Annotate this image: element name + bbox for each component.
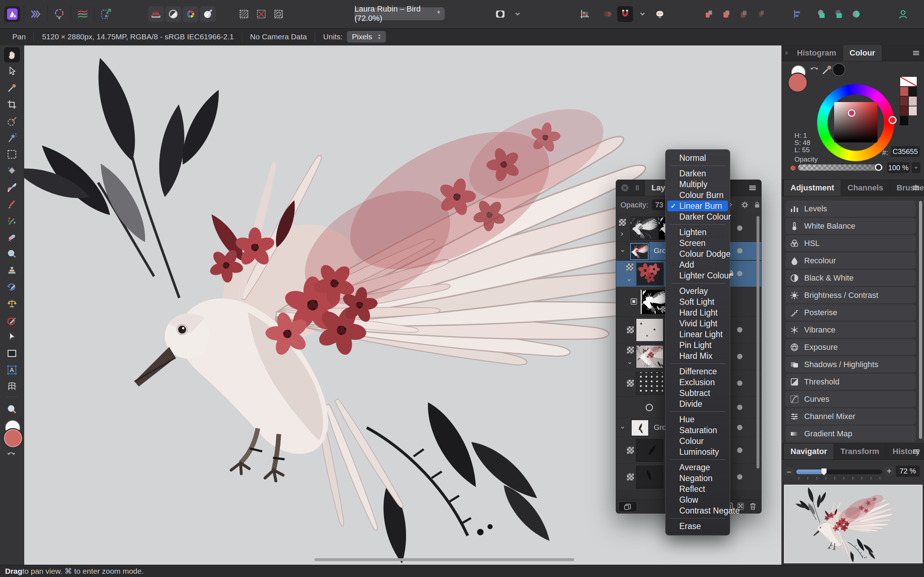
auto-colour-button[interactable] [183,6,199,22]
layer-thumbnail-bird[interactable] [630,243,649,260]
pixel-grid-button[interactable] [577,6,593,22]
layer-thumbnail-flowers[interactable] [636,262,664,286]
mesh-warp-tool[interactable] [4,379,20,394]
zoom-out-button[interactable]: – [785,467,793,476]
visibility-dot[interactable] [737,448,743,453]
blend-mode-pin-light[interactable]: Pin Light [667,340,728,351]
fill-colour-well[interactable] [788,73,808,93]
liquify-persona-button[interactable] [28,6,44,22]
visibility-dot[interactable] [737,248,743,253]
adjustment-curves[interactable]: Curves [785,391,916,407]
panel-menu-icon[interactable] [911,447,921,456]
deselect-button[interactable] [254,6,269,22]
insert-target-button[interactable] [600,6,616,22]
adjustment-gradient-map[interactable]: Gradient Map [785,425,916,442]
move-forward-button[interactable] [718,6,734,22]
visibility-dot[interactable] [737,380,743,386]
panel-grip-icon[interactable] [632,183,642,193]
snapping-magnet-button[interactable] [617,6,633,22]
zoom-in-button[interactable]: + [885,467,894,475]
blend-mode-vivid-light[interactable]: Vivid Light [667,318,728,329]
navigator-thumbnail[interactable] [784,485,922,563]
blend-mode-darker-colour[interactable]: Darker Colour [667,211,728,222]
units-select[interactable]: Pixels [347,31,386,43]
tab-histogram[interactable]: Histogram [790,45,843,61]
adjustment-black-white[interactable]: Black & White [785,270,916,286]
blend-mode-overlay[interactable]: Overlay [667,285,728,297]
paint-brush-tool[interactable] [4,197,20,212]
swatch-maroon[interactable] [900,106,908,116]
collapse-icon[interactable] [626,359,633,367]
blend-mode-average[interactable]: Average [667,462,728,473]
picker-icon[interactable] [821,64,833,76]
marquee-tool[interactable] [4,147,20,162]
delete-layer-icon[interactable] [748,501,758,511]
tab-colour[interactable]: Colour [843,45,882,61]
swatch-black2[interactable] [900,116,908,126]
swap-colours-icon[interactable] [6,450,16,460]
swatch-red[interactable] [900,87,908,96]
blend-mode-divide[interactable]: Divide [667,398,728,409]
gradient-tool[interactable] [4,180,20,195]
blend-mode-hard-light[interactable]: Hard Light [667,307,728,318]
move-to-back-button[interactable] [753,6,769,22]
tab-transform[interactable]: Transform [834,443,886,459]
picked-colour-swatch[interactable] [832,63,845,76]
panel-menu-icon[interactable] [911,183,921,193]
crop-tool[interactable] [4,97,20,112]
visibility-dot[interactable] [737,327,743,332]
adjustment-posterise[interactable]: Posterise [785,305,916,321]
layer-thumbnail-white-bird[interactable] [636,345,663,368]
visibility-dot[interactable] [737,271,743,276]
blend-mode-contrast-negate[interactable]: Contrast Negate [667,505,728,516]
blend-mode-add[interactable]: Add [667,259,728,270]
blend-mode-reflect[interactable]: Reflect [667,484,728,495]
zoom-percent[interactable]: 72 % [896,466,920,477]
flood-select-tool[interactable] [4,130,20,145]
document-title-dropdown[interactable]: Laura Rubin – Bird (72.0%) * [354,7,445,20]
adjustment-white-balance[interactable]: White Balance [785,218,916,234]
clone-brush-tool[interactable] [4,263,20,278]
mask-toggle-button[interactable] [492,6,508,22]
visibility-dot[interactable] [737,226,743,231]
auto-levels-button[interactable] [148,6,164,22]
hex-input[interactable]: C35655 [891,146,920,157]
blend-mode-negation[interactable]: Negation [667,473,728,484]
visibility-dot[interactable] [737,474,743,480]
close-icon[interactable] [620,183,630,193]
layer-thumbnail-dot-grid[interactable] [636,372,663,395]
lock-icon[interactable] [753,200,761,209]
gear-icon[interactable] [740,200,749,210]
blend-mode-soft-light[interactable]: Soft Light [667,297,728,307]
layer-thumbnail-dark-leaf[interactable] [636,439,663,462]
flood-fill-tool[interactable] [4,163,20,179]
erase-brush-tool[interactable] [4,230,20,245]
adjustment-threshold[interactable]: Threshold [785,374,916,390]
collapse-icon[interactable] [619,424,626,431]
swatch-black[interactable] [908,87,917,96]
boolean-intersect-button[interactable] [848,6,864,22]
opacity-knob[interactable] [875,164,882,171]
expand-icon[interactable] [618,230,625,238]
adjustment-levels[interactable]: Levels [785,200,916,217]
blend-mode-hue[interactable]: Hue [667,414,728,425]
invert-selection-button[interactable] [271,6,287,22]
node-tool[interactable] [4,329,20,344]
canvas-horizontal-scrollbar[interactable] [314,558,574,561]
account-button[interactable] [895,6,911,22]
swatch-lightpink[interactable] [908,106,917,116]
assistant-button[interactable] [652,6,668,22]
blend-mode-screen[interactable]: Screen [667,238,728,248]
zoom-tool[interactable] [4,402,20,417]
adjustment-shadows-highlights[interactable]: Shadows / Highlights [785,356,916,372]
undo-brush-tool[interactable] [4,279,20,295]
layer-thumbnail-leaves-white[interactable] [631,420,649,436]
layer-thumbnail-dark-leaf[interactable] [636,466,663,488]
boolean-add-button[interactable] [814,6,829,22]
selection-brush-tool[interactable] [4,114,20,129]
text-tool[interactable]: A [4,363,20,377]
adjustment-channel-mixer[interactable]: Channel Mixer [785,408,916,424]
adjustment-brightness-contrast[interactable]: Brightness / Contrast [785,287,916,303]
colour-replacement-brush-tool[interactable] [4,213,20,228]
auto-white-balance-button[interactable] [200,6,216,22]
